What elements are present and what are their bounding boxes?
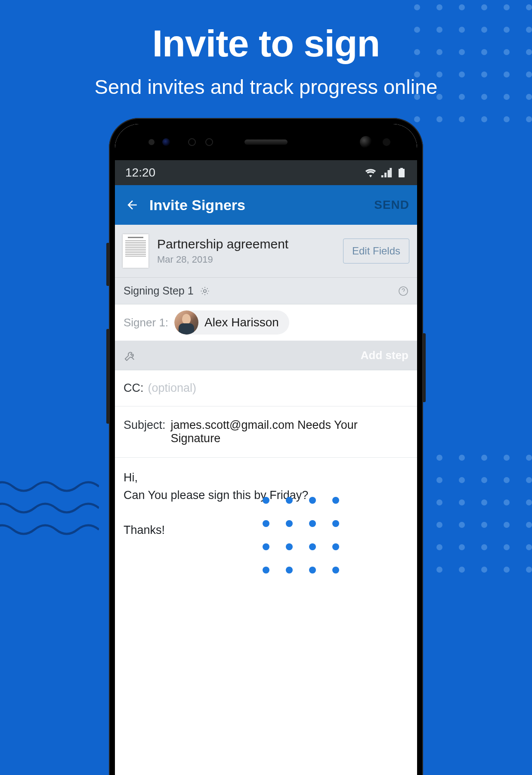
signer-name: Alex Harisson (204, 316, 279, 329)
appbar-title: Invite Signers (142, 197, 374, 214)
signer-chip[interactable]: Alex Harisson (174, 310, 289, 335)
status-time: 12:20 (125, 166, 155, 180)
promo-subtitle: Send invites and track progress online (0, 75, 532, 99)
decor-dots-bottom-right (414, 455, 532, 573)
cc-row[interactable]: CC: (optional) (115, 370, 417, 406)
send-button[interactable]: SEND (374, 198, 409, 212)
add-step-bar: Add step (115, 341, 417, 370)
svg-point-0 (203, 289, 206, 292)
step-settings-button[interactable] (200, 286, 210, 296)
document-header: Partnership agreement Mar 28, 2019 Edit … (115, 225, 417, 278)
cc-placeholder: (optional) (148, 381, 197, 395)
avatar (174, 310, 198, 335)
signer-label: Signer 1: (124, 316, 168, 329)
document-date: Mar 28, 2019 (157, 254, 334, 265)
status-bar: 12:20 (115, 160, 417, 185)
svg-point-1 (399, 287, 408, 295)
add-step-button[interactable]: Add step (361, 349, 408, 362)
phone-bezel-top (115, 124, 417, 160)
back-button[interactable] (123, 198, 142, 212)
promo-title: Invite to sign (0, 22, 532, 65)
signing-step-label: Signing Step 1 (124, 285, 194, 297)
phone-mockup: 12:20 Invite Signers SEND (109, 118, 423, 775)
subject-label: Subject: (124, 418, 166, 445)
edit-fields-button[interactable]: Edit Fields (343, 239, 409, 264)
help-icon (398, 286, 408, 296)
battery-icon (396, 168, 407, 177)
arrow-left-icon (125, 198, 139, 212)
signing-step-header: Signing Step 1 (115, 278, 417, 304)
signal-icon (381, 168, 392, 177)
subject-value: james.scott@gmail.com Needs Your Signatu… (171, 418, 408, 445)
gear-icon (200, 286, 210, 296)
subject-row[interactable]: Subject: james.scott@gmail.com Needs You… (115, 406, 417, 458)
document-name: Partnership agreement (157, 237, 334, 251)
decor-waves (0, 478, 99, 547)
step-help-button[interactable] (398, 286, 408, 296)
signer-row: Signer 1: Alex Harisson (115, 304, 417, 341)
document-thumbnail[interactable] (123, 234, 148, 268)
decor-dots-overlay (263, 497, 338, 573)
app-bar: Invite Signers SEND (115, 185, 417, 225)
tools-button[interactable] (124, 349, 136, 362)
promo-headline: Invite to sign Send invites and track pr… (0, 22, 532, 99)
wifi-icon (365, 168, 377, 177)
cc-label: CC: (124, 381, 144, 395)
tools-icon (124, 349, 136, 362)
